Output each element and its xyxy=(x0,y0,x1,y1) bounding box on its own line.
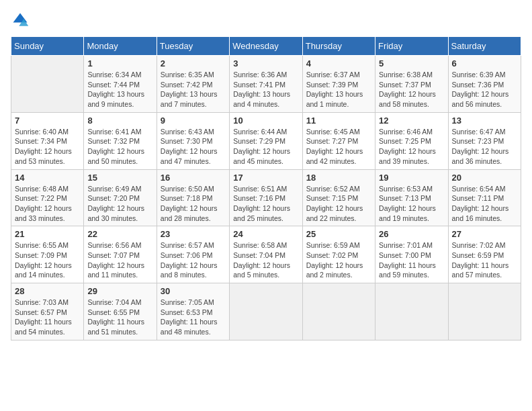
day-info: Sunrise: 6:43 AMSunset: 7:30 PMDaylight:… xyxy=(161,127,226,167)
day-info: Sunrise: 6:36 AMSunset: 7:41 PMDaylight:… xyxy=(233,70,298,109)
day-number: 26 xyxy=(379,229,444,239)
day-info: Sunrise: 6:56 AMSunset: 7:07 PMDaylight:… xyxy=(87,240,152,280)
day-number: 18 xyxy=(306,173,371,183)
calendar-cell: 7Sunrise: 6:40 AMSunset: 7:34 PMDaylight… xyxy=(11,112,84,169)
calendar-cell: 4Sunrise: 6:37 AMSunset: 7:39 PMDaylight… xyxy=(302,56,375,113)
week-row-2: 7Sunrise: 6:40 AMSunset: 7:34 PMDaylight… xyxy=(11,112,521,169)
day-info: Sunrise: 6:52 AMSunset: 7:15 PMDaylight:… xyxy=(306,184,371,224)
calendar-cell: 13Sunrise: 6:47 AMSunset: 7:23 PMDayligh… xyxy=(448,112,521,169)
calendar-cell xyxy=(375,283,448,340)
day-info: Sunrise: 6:51 AMSunset: 7:16 PMDaylight:… xyxy=(233,184,298,224)
calendar-cell: 19Sunrise: 6:53 AMSunset: 7:13 PMDayligh… xyxy=(375,169,448,226)
day-info: Sunrise: 7:03 AMSunset: 6:57 PMDaylight:… xyxy=(15,298,80,337)
calendar-cell xyxy=(302,283,375,340)
week-row-3: 14Sunrise: 6:48 AMSunset: 7:22 PMDayligh… xyxy=(11,169,521,226)
day-info: Sunrise: 6:53 AMSunset: 7:13 PMDaylight:… xyxy=(379,184,444,224)
calendar-cell xyxy=(230,283,302,340)
day-info: Sunrise: 6:48 AMSunset: 7:22 PMDaylight:… xyxy=(15,184,80,224)
calendar-cell: 23Sunrise: 6:57 AMSunset: 7:06 PMDayligh… xyxy=(157,226,229,283)
day-header-saturday: Saturday xyxy=(448,37,521,56)
calendar-cell: 11Sunrise: 6:45 AMSunset: 7:27 PMDayligh… xyxy=(302,112,375,169)
day-number: 27 xyxy=(452,229,517,239)
day-number: 10 xyxy=(233,116,298,126)
header xyxy=(11,11,521,30)
calendar-cell: 1Sunrise: 6:34 AMSunset: 7:44 PMDaylight… xyxy=(84,56,157,113)
day-header-friday: Friday xyxy=(375,37,448,56)
calendar-cell: 15Sunrise: 6:49 AMSunset: 7:20 PMDayligh… xyxy=(84,169,157,226)
day-number: 25 xyxy=(306,229,371,239)
calendar-cell: 14Sunrise: 6:48 AMSunset: 7:22 PMDayligh… xyxy=(11,169,84,226)
day-number: 13 xyxy=(452,116,517,126)
calendar-cell: 2Sunrise: 6:35 AMSunset: 7:42 PMDaylight… xyxy=(157,56,229,113)
calendar-header: SundayMondayTuesdayWednesdayThursdayFrid… xyxy=(11,37,521,56)
calendar-cell: 27Sunrise: 7:02 AMSunset: 6:59 PMDayligh… xyxy=(448,226,521,283)
day-info: Sunrise: 6:38 AMSunset: 7:37 PMDaylight:… xyxy=(379,70,444,109)
calendar-cell: 3Sunrise: 6:36 AMSunset: 7:41 PMDaylight… xyxy=(230,56,302,113)
calendar-cell: 5Sunrise: 6:38 AMSunset: 7:37 PMDaylight… xyxy=(375,56,448,113)
day-number: 28 xyxy=(15,286,80,296)
day-info: Sunrise: 6:37 AMSunset: 7:39 PMDaylight:… xyxy=(306,70,371,109)
day-header-sunday: Sunday xyxy=(11,37,84,56)
day-number: 14 xyxy=(15,173,80,183)
calendar-cell: 28Sunrise: 7:03 AMSunset: 6:57 PMDayligh… xyxy=(11,283,84,340)
week-row-5: 28Sunrise: 7:03 AMSunset: 6:57 PMDayligh… xyxy=(11,283,521,340)
day-info: Sunrise: 6:50 AMSunset: 7:18 PMDaylight:… xyxy=(161,184,226,224)
week-row-1: 1Sunrise: 6:34 AMSunset: 7:44 PMDaylight… xyxy=(11,56,521,113)
day-info: Sunrise: 6:34 AMSunset: 7:44 PMDaylight:… xyxy=(87,70,152,109)
day-header-tuesday: Tuesday xyxy=(157,37,229,56)
calendar-cell: 30Sunrise: 7:05 AMSunset: 6:53 PMDayligh… xyxy=(157,283,229,340)
calendar-cell: 26Sunrise: 7:01 AMSunset: 7:00 PMDayligh… xyxy=(375,226,448,283)
day-number: 22 xyxy=(87,229,152,239)
day-number: 8 xyxy=(87,116,152,126)
day-info: Sunrise: 6:46 AMSunset: 7:25 PMDaylight:… xyxy=(379,127,444,167)
day-info: Sunrise: 6:54 AMSunset: 7:11 PMDaylight:… xyxy=(452,184,517,224)
day-info: Sunrise: 7:05 AMSunset: 6:53 PMDaylight:… xyxy=(161,298,226,337)
calendar-cell: 25Sunrise: 6:59 AMSunset: 7:02 PMDayligh… xyxy=(302,226,375,283)
day-info: Sunrise: 6:45 AMSunset: 7:27 PMDaylight:… xyxy=(306,127,371,167)
day-number: 5 xyxy=(379,58,444,68)
day-number: 11 xyxy=(306,116,371,126)
day-info: Sunrise: 6:35 AMSunset: 7:42 PMDaylight:… xyxy=(161,70,226,109)
day-info: Sunrise: 6:59 AMSunset: 7:02 PMDaylight:… xyxy=(306,240,371,280)
day-number: 17 xyxy=(233,173,298,183)
day-number: 21 xyxy=(15,229,80,239)
day-header-thursday: Thursday xyxy=(302,37,375,56)
calendar-cell xyxy=(11,56,84,113)
logo-icon xyxy=(11,11,30,30)
logo xyxy=(11,11,32,30)
day-info: Sunrise: 6:58 AMSunset: 7:04 PMDaylight:… xyxy=(233,240,298,280)
day-info: Sunrise: 6:47 AMSunset: 7:23 PMDaylight:… xyxy=(452,127,517,167)
calendar-cell: 18Sunrise: 6:52 AMSunset: 7:15 PMDayligh… xyxy=(302,169,375,226)
day-info: Sunrise: 6:44 AMSunset: 7:29 PMDaylight:… xyxy=(233,127,298,167)
day-info: Sunrise: 7:04 AMSunset: 6:55 PMDaylight:… xyxy=(87,298,152,337)
day-number: 20 xyxy=(452,173,517,183)
day-number: 19 xyxy=(379,173,444,183)
day-number: 12 xyxy=(379,116,444,126)
calendar-cell: 16Sunrise: 6:50 AMSunset: 7:18 PMDayligh… xyxy=(157,169,229,226)
calendar-cell xyxy=(448,283,521,340)
day-number: 9 xyxy=(161,116,226,126)
day-info: Sunrise: 6:40 AMSunset: 7:34 PMDaylight:… xyxy=(15,127,80,167)
day-number: 6 xyxy=(452,58,517,68)
calendar-cell: 8Sunrise: 6:41 AMSunset: 7:32 PMDaylight… xyxy=(84,112,157,169)
day-info: Sunrise: 7:01 AMSunset: 7:00 PMDaylight:… xyxy=(379,240,444,280)
day-info: Sunrise: 6:39 AMSunset: 7:36 PMDaylight:… xyxy=(452,70,517,109)
day-number: 16 xyxy=(161,173,226,183)
day-info: Sunrise: 6:49 AMSunset: 7:20 PMDaylight:… xyxy=(87,184,152,224)
day-number: 1 xyxy=(87,58,152,68)
day-header-monday: Monday xyxy=(84,37,157,56)
calendar-cell: 9Sunrise: 6:43 AMSunset: 7:30 PMDaylight… xyxy=(157,112,229,169)
calendar-cell: 12Sunrise: 6:46 AMSunset: 7:25 PMDayligh… xyxy=(375,112,448,169)
day-info: Sunrise: 7:02 AMSunset: 6:59 PMDaylight:… xyxy=(452,240,517,280)
day-number: 24 xyxy=(233,229,298,239)
day-number: 2 xyxy=(161,58,226,68)
calendar-cell: 24Sunrise: 6:58 AMSunset: 7:04 PMDayligh… xyxy=(230,226,302,283)
calendar-cell: 29Sunrise: 7:04 AMSunset: 6:55 PMDayligh… xyxy=(84,283,157,340)
day-number: 30 xyxy=(161,286,226,296)
day-number: 23 xyxy=(161,229,226,239)
calendar-cell: 20Sunrise: 6:54 AMSunset: 7:11 PMDayligh… xyxy=(448,169,521,226)
calendar-cell: 17Sunrise: 6:51 AMSunset: 7:16 PMDayligh… xyxy=(230,169,302,226)
day-number: 15 xyxy=(87,173,152,183)
day-number: 29 xyxy=(87,286,152,296)
day-number: 7 xyxy=(15,116,80,126)
